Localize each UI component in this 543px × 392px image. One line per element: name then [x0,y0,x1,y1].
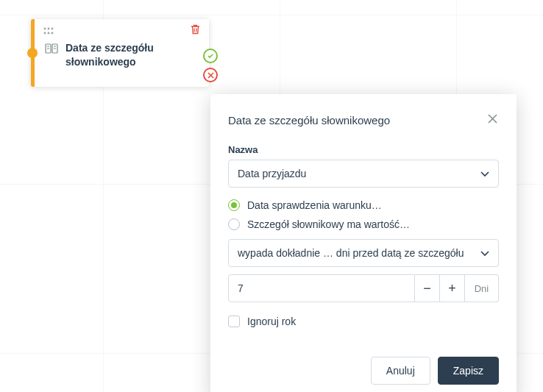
node-title: Data ze szczegółu słownikowego [65,41,199,69]
days-input[interactable]: 7 [228,274,415,302]
svg-point-0 [44,28,46,30]
delete-icon[interactable] [191,24,200,38]
chevron-down-icon [480,247,489,259]
checkbox-label: Ignoruj rok [247,316,296,327]
name-select[interactable]: Data przyjazdu [228,160,499,188]
svg-point-5 [52,32,54,35]
svg-point-1 [48,28,50,30]
output-port-yes[interactable] [203,49,218,63]
days-value: 7 [238,282,244,294]
name-label: Nazwa [228,144,499,155]
radio-option-1[interactable]: Data sprawdzenia warunku… [228,199,499,211]
svg-point-4 [48,32,50,35]
radio-indicator [228,218,240,230]
save-button[interactable]: Zapisz [438,357,499,385]
checkbox-indicator [228,316,240,327]
close-icon[interactable] [486,112,499,128]
svg-point-2 [52,28,54,30]
output-port-no[interactable] [203,68,218,82]
cancel-button[interactable]: Anuluj [371,357,430,385]
name-select-value: Data przyjazdu [238,168,306,179]
radio-label: Szczegół słownikowy ma wartość… [247,218,410,230]
modal-title: Data ze szczegółu słownikowego [228,114,390,126]
workflow-node[interactable]: Data ze szczegółu słownikowego [31,19,209,87]
dictionary-icon [45,43,58,59]
settings-modal: Data ze szczegółu słownikowego Nazwa Dat… [210,94,517,392]
condition-select-value: wypada dokładnie … dni przed datą ze szc… [238,247,464,259]
radio-option-2[interactable]: Szczegół słownikowy ma wartość… [228,218,499,230]
ignore-year-checkbox[interactable]: Ignoruj rok [228,316,499,327]
increment-button[interactable]: + [440,274,465,302]
chevron-down-icon [480,168,489,179]
radio-group: Data sprawdzenia warunku… Szczegół słown… [228,199,499,230]
decrement-button[interactable]: − [415,274,440,302]
radio-label: Data sprawdzenia warunku… [247,199,382,211]
condition-select[interactable]: wypada dokładnie … dni przed datą ze szc… [228,239,499,267]
days-unit: Dni [465,274,499,302]
radio-indicator [228,199,240,211]
svg-point-3 [44,32,46,35]
drag-handle-icon[interactable] [43,27,54,35]
